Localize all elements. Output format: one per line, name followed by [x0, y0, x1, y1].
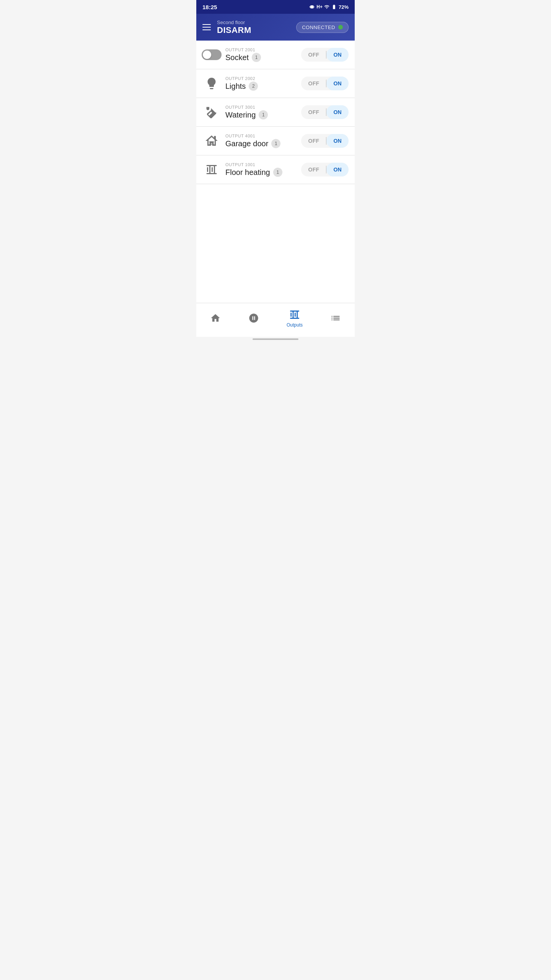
watering-icon [205, 105, 218, 119]
nav-item-automation[interactable] [242, 311, 265, 325]
on-button-socket[interactable]: ON [326, 48, 349, 62]
network-type: H+ [316, 4, 323, 10]
output-code-lights: OUTPUT 2002 [225, 76, 297, 81]
output-info-lights: OUTPUT 2002 Lights 2 [221, 76, 301, 91]
home-indicator [253, 338, 298, 340]
content-area: OUTPUT 2001 Socket 1 OFF ON OUTPUT 2002 [196, 41, 355, 303]
svg-rect-1 [207, 165, 217, 166]
output-code-floor-heating: OUTPUT 1001 [225, 162, 297, 167]
menu-button[interactable] [202, 24, 211, 30]
header-subtitle: Second floor [217, 20, 251, 25]
output-name-row-lights: Lights 2 [225, 82, 297, 91]
output-badge-socket: 1 [252, 53, 261, 62]
connected-badge: CONNECTED [296, 22, 349, 33]
output-badge-watering: 1 [259, 110, 268, 119]
header-title-group: Second floor DISARM [217, 20, 251, 35]
output-code-socket: OUTPUT 2001 [225, 47, 297, 52]
on-button-floor-heating[interactable]: ON [326, 163, 349, 176]
nav-item-list[interactable] [324, 311, 347, 325]
output-name-row-watering: Watering 1 [225, 110, 297, 119]
floor-heating-icon-wrapper [202, 163, 221, 176]
output-list: OUTPUT 2001 Socket 1 OFF ON OUTPUT 2002 [196, 41, 355, 243]
output-name-lights: Lights [225, 82, 246, 91]
watering-icon-wrapper [202, 105, 221, 119]
output-name-row-floor-heating: Floor heating 1 [225, 168, 297, 177]
nav-item-home[interactable] [204, 311, 227, 325]
output-info-socket: OUTPUT 2001 Socket 1 [221, 47, 301, 62]
off-button-lights[interactable]: OFF [301, 77, 326, 90]
output-item-lights: OUTPUT 2002 Lights 2 OFF ON [196, 69, 355, 98]
off-button-garage-door[interactable]: OFF [301, 134, 326, 148]
output-name-watering: Watering [225, 111, 256, 119]
output-badge-lights: 2 [249, 82, 258, 91]
output-item-garage-door: OUTPUT 4001 Garage door 1 OFF ON [196, 127, 355, 155]
output-name-garage-door: Garage door [225, 139, 268, 148]
output-badge-garage-door: 1 [271, 139, 280, 148]
off-button-floor-heating[interactable]: OFF [301, 163, 326, 176]
floor-heating-icon [205, 163, 218, 176]
output-item-socket: OUTPUT 2001 Socket 1 OFF ON [196, 41, 355, 69]
toggle-group-lights: OFF ON [301, 77, 349, 90]
bottom-nav: Outputs [196, 303, 355, 337]
toggle-group-socket: OFF ON [301, 48, 349, 62]
list-icon [330, 313, 341, 323]
header-left: Second floor DISARM [202, 20, 251, 35]
output-info-floor-heating: OUTPUT 1001 Floor heating 1 [221, 162, 301, 177]
socket-toggle[interactable] [202, 49, 222, 60]
output-item-floor-heating: OUTPUT 1001 Floor heating 1 OFF ON [196, 155, 355, 184]
status-bar: 18:25 H+ 72% [196, 0, 355, 14]
empty-space [196, 243, 355, 303]
socket-icon-wrapper [202, 49, 221, 60]
signal-icon [324, 4, 329, 10]
output-name-row-socket: Socket 1 [225, 53, 297, 62]
output-info-garage-door: OUTPUT 4001 Garage door 1 [221, 134, 301, 148]
battery-percent: 72% [339, 4, 349, 10]
header-title: DISARM [217, 25, 251, 35]
socket-toggle-knob [203, 51, 211, 59]
nav-item-outputs[interactable]: Outputs [280, 307, 309, 329]
header: Second floor DISARM CONNECTED [196, 14, 355, 41]
automation-icon [248, 313, 259, 323]
connected-label: CONNECTED [302, 24, 335, 30]
status-time: 18:25 [202, 4, 217, 10]
toggle-group-garage-door: OFF ON [301, 134, 349, 148]
on-button-garage-door[interactable]: ON [326, 134, 349, 148]
nav-label-outputs: Outputs [287, 322, 303, 328]
output-name-socket: Socket [225, 53, 249, 62]
output-name-row-garage-door: Garage door 1 [225, 139, 297, 148]
lights-icon [205, 77, 218, 90]
toggle-group-floor-heating: OFF ON [301, 163, 349, 176]
svg-rect-0 [207, 173, 217, 174]
svg-rect-3 [290, 310, 299, 312]
output-item-watering: OUTPUT 3001 Watering 1 OFF ON [196, 98, 355, 127]
output-info-watering: OUTPUT 3001 Watering 1 [221, 105, 301, 119]
battery-icon [331, 4, 337, 10]
off-button-socket[interactable]: OFF [301, 48, 326, 62]
output-name-floor-heating: Floor heating [225, 168, 270, 177]
home-icon [210, 313, 221, 323]
on-button-watering[interactable]: ON [326, 105, 349, 119]
vibrate-icon [310, 4, 315, 10]
toggle-group-watering: OFF ON [301, 105, 349, 119]
output-badge-floor-heating: 1 [273, 168, 282, 177]
connected-dot [338, 25, 343, 29]
status-icons: H+ 72% [310, 4, 349, 10]
output-code-garage-door: OUTPUT 4001 [225, 134, 297, 138]
garage-icon [204, 134, 219, 148]
outputs-icon [289, 309, 301, 321]
on-button-lights[interactable]: ON [326, 77, 349, 90]
lights-icon-wrapper [202, 77, 221, 90]
off-button-watering[interactable]: OFF [301, 105, 326, 119]
svg-rect-2 [290, 318, 299, 319]
output-code-watering: OUTPUT 3001 [225, 105, 297, 109]
garage-icon-wrapper [202, 134, 221, 148]
